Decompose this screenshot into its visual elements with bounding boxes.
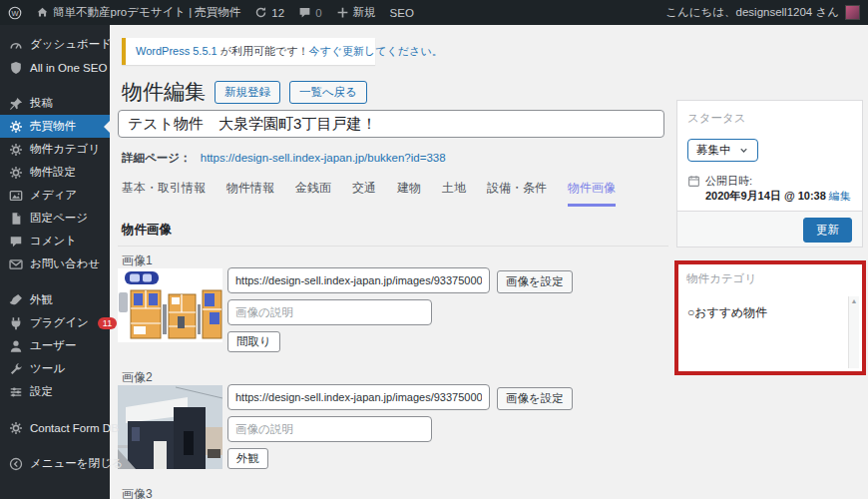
comments-count: 0 [315, 7, 321, 19]
detail-page-label: 詳細ページ： [122, 152, 192, 164]
sidebar-item-collapse-menu[interactable]: メニューを閉じる [0, 452, 110, 475]
sidebar-item-contact[interactable]: お問い合わせ [0, 252, 110, 275]
sidebar-item-all-in-one-seo[interactable]: All in One SEO [0, 56, 110, 79]
user-avatar [845, 5, 860, 20]
status-panel: スタータス 募集中 公開日時: 2020年9月14日 @ 10:38 編集 更新 [676, 100, 863, 248]
gear-icon [9, 166, 23, 180]
image1-type-button[interactable]: 間取り [227, 331, 280, 352]
sidebar-item-tools[interactable]: ツール [0, 357, 110, 380]
sidebar-item-appearance[interactable]: 外観 [0, 288, 110, 311]
category-option-recommended[interactable]: ○おすすめ物件 [681, 296, 859, 321]
seo-label: SEO [390, 7, 414, 19]
tab-price[interactable]: 金銭面 [295, 180, 331, 207]
sidebar-item-pages[interactable]: 固定ページ [0, 207, 110, 230]
sidebar-item-posts[interactable]: 投稿 [0, 92, 110, 115]
page-header: 物件編集 新規登録 一覧へ戻る [122, 78, 367, 106]
admin-bar: 簡単不動産proデモサイト | 売買物件 12 0 新規 SEO こんにちは、d… [0, 0, 868, 25]
account-greeting-link[interactable]: こんにちは、designsell1204 さん [665, 5, 839, 20]
image1-label: 画像1 [122, 252, 153, 269]
updates-link[interactable]: 12 [254, 6, 284, 19]
plugin-update-badge: 11 [98, 317, 117, 329]
home-icon [36, 6, 49, 19]
tab-property-images[interactable]: 物件画像 [568, 180, 616, 207]
notice-text: が利用可能です！ [217, 45, 309, 57]
back-to-list-button[interactable]: 一覧へ戻る [289, 81, 367, 104]
tab-facilities[interactable]: 設備・条件 [487, 180, 547, 207]
tab-basic-info[interactable]: 基本・取引情報 [122, 180, 206, 207]
sidebar-item-contact-form-db[interactable]: Contact Form DB [0, 416, 110, 439]
new-property-button[interactable]: 新規登録 [215, 81, 280, 104]
update-button[interactable]: 更新 [803, 218, 852, 243]
shield-icon [9, 61, 23, 75]
admin-sidebar: ダッシュボード All in One SEO 投稿 売買物件 物件カテゴリ 物件… [0, 25, 110, 499]
calendar-icon [687, 175, 700, 188]
sidebar-item-media[interactable]: メディア [0, 184, 110, 207]
image2-set-button[interactable]: 画像を設定 [497, 387, 573, 410]
scroll-up-arrow[interactable]: ▲ [849, 296, 859, 306]
image1-url-input[interactable] [227, 267, 490, 293]
updates-count: 12 [271, 7, 284, 19]
tab-building[interactable]: 建物 [397, 180, 421, 207]
image2-url-input[interactable] [227, 384, 490, 410]
chevron-down-icon [738, 145, 749, 156]
gear-icon [9, 143, 23, 157]
sidebar-item-property-category[interactable]: 物件カテゴリ [0, 138, 110, 161]
media-icon [9, 189, 23, 203]
sidebar-item-users[interactable]: ユーザー [0, 334, 110, 357]
new-label: 新規 [353, 5, 376, 20]
image2-type-button[interactable]: 外観 [227, 448, 268, 469]
main-content: WordPress 5.5.1 が利用可能です！今すぐ更新してください。 物件編… [110, 25, 868, 499]
image1-set-button[interactable]: 画像を設定 [497, 270, 573, 293]
property-title-input[interactable] [118, 110, 664, 138]
gear-icon [9, 120, 23, 134]
sidebar-item-properties[interactable]: 売買物件 [0, 115, 110, 138]
update-notice: WordPress 5.5.1 が利用可能です！今すぐ更新してください。 [122, 38, 375, 65]
category-list-scrollbar[interactable]: ▲ [848, 296, 859, 368]
sidebar-item-dashboard[interactable]: ダッシュボード [0, 33, 110, 56]
detail-page-link[interactable]: https://design-sell.index-japan.jp/bukke… [201, 152, 446, 164]
plus-icon [336, 6, 349, 19]
brush-icon [9, 293, 23, 307]
mail-icon [9, 257, 23, 271]
edit-datetime-link[interactable]: 編集 [829, 190, 851, 202]
tab-land[interactable]: 土地 [442, 180, 466, 207]
sidebar-item-comments[interactable]: コメント [0, 230, 110, 252]
comments-link[interactable]: 0 [298, 6, 321, 19]
tab-transport[interactable]: 交通 [352, 180, 376, 207]
image2-description-input[interactable] [227, 416, 432, 442]
category-list: ○おすすめ物件 ▲ [681, 296, 859, 368]
status-select[interactable]: 募集中 [687, 139, 758, 162]
tab-property-info[interactable]: 物件情報 [226, 180, 274, 207]
floorplan-thumbnail [118, 268, 222, 342]
seo-menu-link[interactable]: SEO [390, 7, 414, 19]
dashboard-icon [9, 38, 23, 52]
updates-icon [254, 6, 267, 19]
wordpress-logo[interactable] [8, 6, 22, 20]
image1-description-input[interactable] [227, 299, 432, 325]
comments-icon [298, 6, 311, 19]
status-panel-title: スタータス [677, 101, 862, 126]
status-panel-footer: 更新 [677, 211, 862, 247]
collapse-icon [9, 457, 23, 471]
pin-icon [9, 97, 23, 111]
section-title: 物件画像 [122, 222, 172, 239]
publish-date: 2020年9月14日 @ 10:38 [705, 190, 826, 202]
greeting-text: こんにちは、designsell1204 さん [665, 5, 839, 20]
site-name: 簡単不動産proデモサイト | 売買物件 [53, 5, 240, 20]
page-title: 物件編集 [122, 78, 206, 106]
image3-label: 画像3 [122, 486, 153, 499]
new-content-link[interactable]: 新規 [336, 5, 376, 20]
plugin-icon [9, 316, 23, 330]
sidebar-item-settings[interactable]: 設定 [0, 380, 110, 403]
sidebar-item-property-settings[interactable]: 物件設定 [0, 161, 110, 184]
status-value: 募集中 [696, 143, 731, 158]
wordpress-version-link[interactable]: WordPress 5.5.1 [136, 45, 217, 57]
property-category-panel: 物件カテゴリ ○おすすめ物件 ▲ [674, 260, 866, 375]
update-now-link[interactable]: 今すぐ更新してください。 [309, 45, 443, 57]
sidebar-item-plugins[interactable]: プラグイン 11 [0, 311, 110, 334]
house-photo-thumbnail [118, 385, 222, 469]
wordpress-admin-page: 簡単不動産proデモサイト | 売買物件 12 0 新規 SEO こんにちは、d… [0, 0, 868, 499]
category-panel-title: 物件カテゴリ [678, 264, 862, 286]
site-name-link[interactable]: 簡単不動産proデモサイト | 売買物件 [36, 5, 240, 20]
sliders-icon [9, 385, 23, 399]
